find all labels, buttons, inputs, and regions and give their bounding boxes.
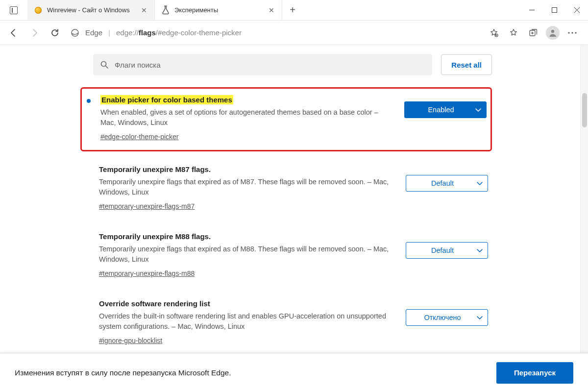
minimize-button[interactable] [520,0,543,20]
flags-list: Enable picker for color based themesWhen… [0,84,580,392]
flag-description: When enabled, gives a set of options for… [100,107,394,128]
flag-row: Override software rendering listOverride… [80,289,492,356]
chevron-down-icon [477,314,483,321]
address-bar[interactable]: Edge | edge://flags/#edge-color-theme-pi… [71,28,478,37]
footer-message: Изменения вступят в силу после перезапус… [15,368,231,377]
flag-row: Enable picker for color based themesWhen… [80,87,492,151]
avatar-icon [546,26,560,40]
tab-actions-icon [10,6,18,14]
select-value: Enabled [428,106,454,114]
scrollbar[interactable] [580,45,588,392]
search-placeholder: Флаги поиска [115,61,161,69]
modified-indicator [87,99,91,103]
flag-state-select[interactable]: Enabled [404,101,487,118]
maximize-button[interactable] [543,0,565,20]
flag-body: Temporarily unexpire M87 flags.Temporari… [99,165,396,211]
flag-state-select[interactable]: Отключено [406,309,488,326]
tab-title: Эксперименты [174,6,263,14]
flag-description: Temporarily unexpire flags that expired … [99,177,396,197]
flag-row: Temporarily unexpire M88 flags.Temporari… [80,221,492,289]
chevron-down-icon [477,179,483,187]
url-text: edge://flags/#edge-color-theme-picker [116,28,242,37]
flag-body: Enable picker for color based themesWhen… [100,96,394,141]
close-button[interactable] [565,0,588,20]
menu-button[interactable] [564,24,581,42]
refresh-button[interactable] [46,24,64,42]
flags-header: Флаги поиска Reset all [0,45,580,84]
favicon-winreview [34,6,42,14]
search-icon [100,60,109,69]
flag-title: Enable picker for color based themes [100,95,233,104]
svg-point-6 [571,32,573,33]
reset-all-button[interactable]: Reset all [441,54,492,75]
flask-icon [162,6,170,14]
flag-state-select[interactable]: Default [406,242,488,259]
collections-button[interactable] [524,24,542,42]
svg-point-4 [551,29,554,32]
close-icon[interactable]: ✕ [268,7,275,14]
flag-anchor-link[interactable]: #temporary-unexpire-flags-m88 [99,270,195,277]
flag-anchor-link[interactable]: #edge-color-theme-picker [100,133,179,141]
flag-title: Temporarily unexpire M88 flags. [99,232,211,241]
scroll-area[interactable]: Флаги поиска Reset all Enable picker for… [0,45,580,392]
flag-state-select[interactable]: Default [406,175,488,192]
close-icon[interactable]: ✕ [141,7,147,14]
restart-footer: Изменения вступят в силу после перезапус… [0,353,588,392]
url-scheme-label: Edge [85,28,102,37]
select-value: Default [431,246,454,254]
tab-actions-button[interactable] [0,0,27,20]
flag-anchor-link[interactable]: #ignore-gpu-blocklist [99,337,162,344]
select-value: Default [431,179,454,187]
page-viewport: Флаги поиска Reset all Enable picker for… [0,45,588,392]
tab-winreview[interactable]: Winreview - Сайт о Windows ✕ [27,0,155,20]
new-tab-button[interactable]: + [282,0,303,20]
flag-anchor-link[interactable]: #temporary-unexpire-flags-m87 [99,202,195,210]
separator: | [108,28,110,37]
scroll-thumb[interactable] [582,93,587,127]
tab-strip: Winreview - Сайт о Windows ✕ Эксперимент… [27,0,303,20]
profile-button[interactable] [544,24,562,42]
flag-row: Temporarily unexpire M87 flags.Temporari… [80,154,492,221]
forward-button[interactable] [25,24,43,42]
svg-point-7 [575,32,576,33]
flag-description: Temporarily unexpire flags that expired … [99,244,396,265]
chevron-down-icon [477,246,483,254]
select-value: Отключено [424,314,461,321]
toolbar-actions [485,24,583,42]
svg-point-5 [568,32,569,33]
chevron-down-icon [475,106,481,114]
flag-body: Override software rendering listOverride… [99,299,396,345]
flag-title: Override software rendering list [99,299,210,308]
tab-title: Winreview - Сайт о Windows [47,6,136,14]
restart-button[interactable]: Перезапуск [496,362,573,384]
svg-rect-0 [552,8,557,13]
titlebar: Winreview - Сайт о Windows ✕ Эксперимент… [0,0,588,21]
back-button[interactable] [5,24,23,42]
svg-point-1 [72,29,78,36]
tab-experiments[interactable]: Эксперименты ✕ [155,0,282,20]
install-site-button[interactable] [485,24,503,42]
favorites-button[interactable] [505,24,522,42]
flag-body: Temporarily unexpire M88 flags.Temporari… [99,232,396,278]
window-controls [520,0,588,20]
toolbar: Edge | edge://flags/#edge-color-theme-pi… [0,21,588,45]
flag-description: Overrides the built-in software renderin… [99,311,396,332]
edge-icon [71,28,79,37]
flag-title: Temporarily unexpire M87 flags. [99,165,211,173]
search-input[interactable]: Флаги поиска [93,54,432,75]
